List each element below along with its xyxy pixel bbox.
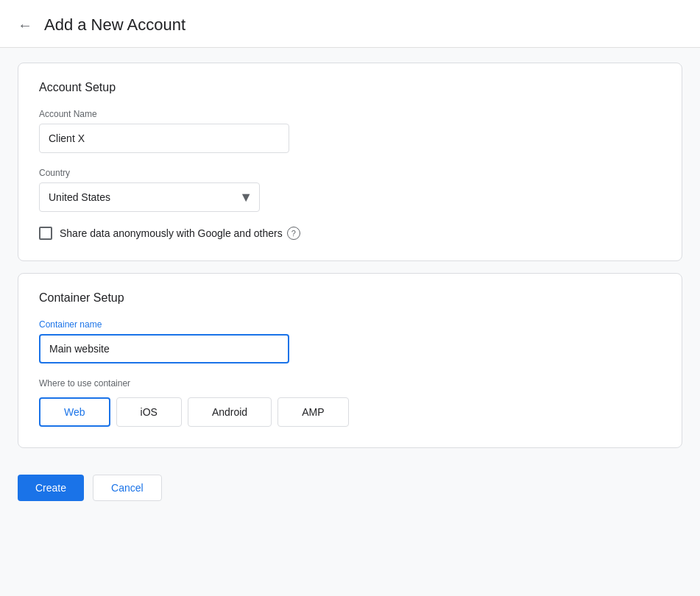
create-button[interactable]: Create xyxy=(18,475,84,501)
account-setup-card: Account Setup Account Name Country Unite… xyxy=(18,63,682,261)
container-name-label: Container name xyxy=(39,319,661,330)
account-setup-title: Account Setup xyxy=(39,81,661,94)
account-name-group: Account Name xyxy=(39,109,661,153)
back-arrow-icon: ← xyxy=(18,18,32,32)
platform-buttons-group: Web iOS Android AMP xyxy=(39,397,661,427)
country-group: Country United States United Kingdom Can… xyxy=(39,168,661,212)
share-data-checkbox[interactable] xyxy=(39,227,52,240)
container-name-group: Container name xyxy=(39,319,661,363)
cancel-button[interactable]: Cancel xyxy=(93,475,162,501)
where-to-use-label: Where to use container xyxy=(39,378,661,389)
country-select-wrapper: United States United Kingdom Canada Aust… xyxy=(39,182,260,212)
container-name-input[interactable] xyxy=(39,334,289,363)
country-label: Country xyxy=(39,168,661,178)
page-title: Add a New Account xyxy=(44,15,185,35)
page-header: ← Add a New Account xyxy=(0,0,700,48)
platform-ios-button[interactable]: iOS xyxy=(116,397,182,427)
country-select[interactable]: United States United Kingdom Canada Aust… xyxy=(39,182,260,212)
share-data-row: Share data anonymously with Google and o… xyxy=(39,227,661,240)
container-setup-card: Container Setup Container name Where to … xyxy=(18,273,682,448)
back-button[interactable]: ← xyxy=(12,12,38,38)
footer-buttons: Create Cancel xyxy=(0,463,700,513)
content-area: Account Setup Account Name Country Unite… xyxy=(0,48,700,463)
account-name-input[interactable] xyxy=(39,124,289,153)
account-name-label: Account Name xyxy=(39,109,661,119)
share-data-label: Share data anonymously with Google and o… xyxy=(60,227,300,240)
container-setup-title: Container Setup xyxy=(39,291,661,305)
platform-amp-button[interactable]: AMP xyxy=(277,397,348,427)
platform-web-button[interactable]: Web xyxy=(39,397,110,427)
help-icon[interactable]: ? xyxy=(287,227,300,240)
platform-android-button[interactable]: Android xyxy=(188,397,272,427)
